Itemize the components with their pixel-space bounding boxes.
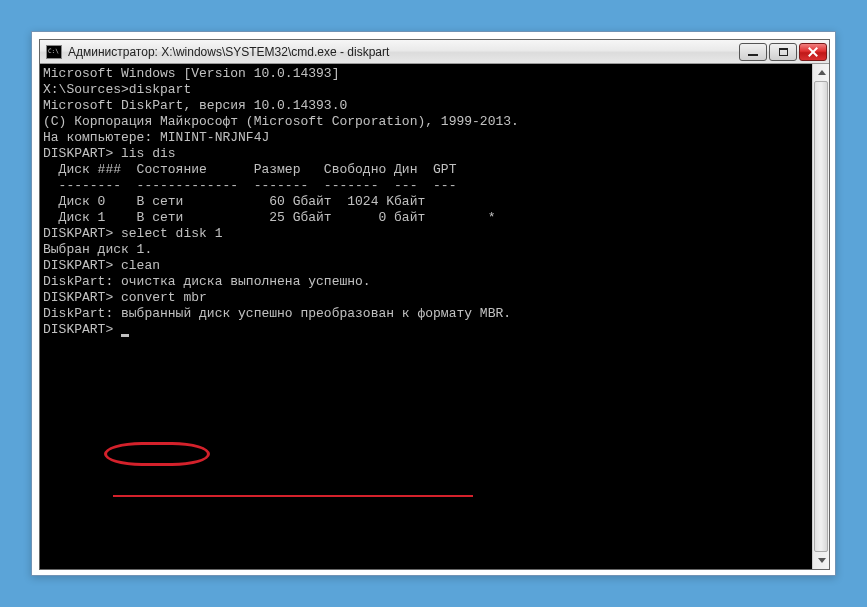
window-title: Администратор: X:\windows\SYSTEM32\cmd.e… (68, 45, 739, 59)
terminal-line: DISKPART> clean (43, 258, 809, 274)
terminal-line: Microsoft Windows [Version 10.0.14393] (43, 66, 809, 82)
terminal-line: Microsoft DiskPart, версия 10.0.14393.0 (43, 98, 809, 114)
cmd-icon (46, 45, 62, 59)
terminal-line: DISKPART> convert mbr (43, 290, 809, 306)
scroll-down-button[interactable] (813, 552, 830, 569)
minimize-button[interactable] (739, 43, 767, 61)
titlebar[interactable]: Администратор: X:\windows\SYSTEM32\cmd.e… (40, 40, 829, 64)
terminal-line: Диск 1 В сети 25 Gбайт 0 байт * (43, 210, 809, 226)
cmd-window: Администратор: X:\windows\SYSTEM32\cmd.e… (39, 39, 830, 570)
terminal-line: DISKPART> lis dis (43, 146, 809, 162)
cursor (121, 334, 129, 337)
terminal-line: DiskPart: выбранный диск успешно преобра… (43, 306, 809, 322)
terminal-line: DiskPart: очистка диска выполнена успешн… (43, 274, 809, 290)
vertical-scrollbar[interactable] (812, 64, 829, 569)
screenshot-frame: Администратор: X:\windows\SYSTEM32\cmd.e… (31, 31, 836, 576)
maximize-button[interactable] (769, 43, 797, 61)
terminal-line: На компьютере: MININT-NRJNF4J (43, 130, 809, 146)
terminal-line: X:\Sources>diskpart (43, 82, 809, 98)
terminal-line: (C) Корпорация Майкрософт (Microsoft Cor… (43, 114, 809, 130)
underline-annotation (113, 495, 473, 497)
terminal-line: Диск ### Состояние Размер Свободно Дин G… (43, 162, 809, 178)
scroll-up-button[interactable] (813, 64, 830, 81)
scroll-thumb[interactable] (814, 81, 828, 552)
terminal-line: DISKPART> select disk 1 (43, 226, 809, 242)
window-controls (739, 43, 827, 61)
close-button[interactable] (799, 43, 827, 61)
terminal-output[interactable]: Microsoft Windows [Version 10.0.14393]X:… (40, 64, 812, 569)
terminal-line: DISKPART> (43, 322, 809, 338)
terminal-container: Microsoft Windows [Version 10.0.14393]X:… (40, 64, 829, 569)
terminal-line: -------- ------------- ------- ------- -… (43, 178, 809, 194)
terminal-line: Диск 0 В сети 60 Gбайт 1024 Kбайт (43, 194, 809, 210)
highlight-oval-annotation (104, 442, 210, 466)
terminal-line: Выбран диск 1. (43, 242, 809, 258)
